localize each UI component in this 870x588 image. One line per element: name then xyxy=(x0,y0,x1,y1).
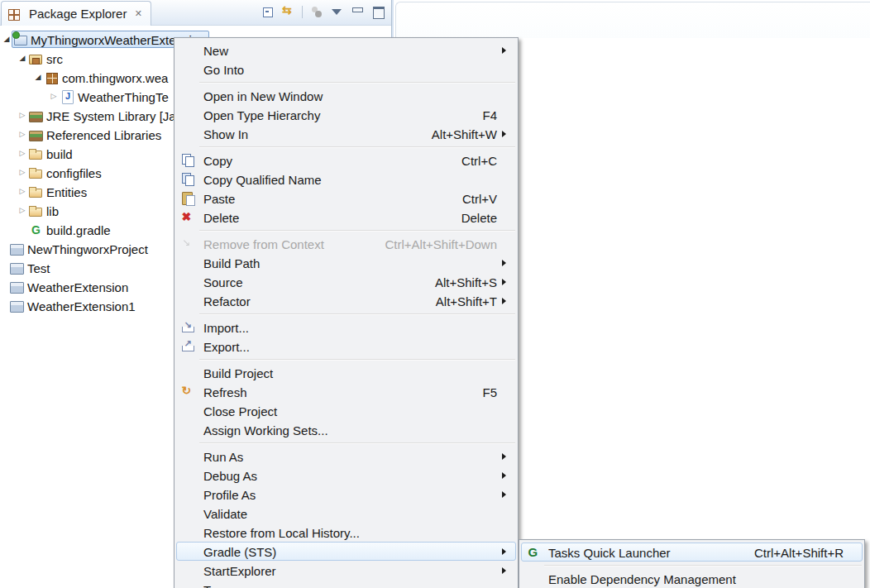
view-tabstrip: Package Explorer ✕ xyxy=(0,0,391,26)
menu-item-source[interactable]: SourceAlt+Shift+S xyxy=(176,272,516,291)
link-with-editor-icon[interactable] xyxy=(281,4,296,19)
folder-icon xyxy=(29,166,43,179)
view-menu-icon[interactable] xyxy=(329,4,344,19)
menu-item-copy[interactable]: CopyCtrl+C xyxy=(176,151,516,170)
library-icon xyxy=(29,109,43,122)
tree-item-content: build xyxy=(27,145,77,162)
gradle-icon xyxy=(526,545,540,559)
menu-item-label: Remove from Context xyxy=(203,237,324,251)
menu-icon-gutter xyxy=(177,320,198,334)
project-open-icon xyxy=(13,33,27,46)
menu-item-label: Validate xyxy=(203,506,247,521)
menu-item-delete[interactable]: DeleteDelete xyxy=(176,208,516,227)
menu-item-go-into[interactable]: Go Into xyxy=(176,60,516,79)
menu-arrow-slot xyxy=(502,548,511,555)
menu-item-enable-dependency-management[interactable]: Enable Dependency Management xyxy=(521,569,863,588)
menu-item-label: Copy Qualified Name xyxy=(203,172,322,187)
menu-item-build-path[interactable]: Build Path xyxy=(176,253,516,272)
menu-item-new[interactable]: New xyxy=(176,41,516,60)
menu-item-show-in[interactable]: Show InAlt+Shift+W xyxy=(176,124,516,143)
menu-item-startexplorer[interactable]: StartExplorer xyxy=(176,561,516,580)
menu-icon-gutter xyxy=(177,210,198,224)
menu-icon-gutter xyxy=(177,339,198,353)
expander-icon[interactable]: ◢ xyxy=(33,68,43,87)
tree-item-content: src xyxy=(27,50,67,67)
menu-item-tasks-quick-launcher[interactable]: Tasks Quick LauncherCtrl+Alt+Shift+R xyxy=(521,543,863,562)
tree-item-content: Entities xyxy=(27,183,91,200)
menu-item-debug-as[interactable]: Debug As xyxy=(176,466,516,485)
expander-icon[interactable]: ◢ xyxy=(17,49,27,68)
menu-separator xyxy=(199,227,515,234)
menu-item-label: Go Into xyxy=(203,62,244,77)
menu-item-refresh[interactable]: RefreshF5 xyxy=(176,382,516,401)
delete-icon xyxy=(181,210,195,224)
menu-item-refactor[interactable]: RefactorAlt+Shift+T xyxy=(176,291,516,310)
submenu-arrow-icon xyxy=(502,453,506,460)
closed-project-icon xyxy=(10,261,24,275)
expander-icon[interactable]: ▷ xyxy=(49,87,59,106)
menu-item-export[interactable]: Export... xyxy=(176,337,516,356)
minimize-icon[interactable] xyxy=(350,4,365,19)
menu-item-gradle-sts[interactable]: Gradle (STS) xyxy=(176,542,516,561)
view-toolbar xyxy=(261,4,385,19)
library-icon xyxy=(29,128,43,141)
tree-item-content: Test xyxy=(8,259,55,276)
expander-icon[interactable]: ▷ xyxy=(17,201,27,220)
package-folder-icon xyxy=(29,52,43,65)
menu-icon-gutter xyxy=(177,385,198,399)
submenu-arrow-icon xyxy=(502,279,506,285)
expander-icon[interactable]: ▷ xyxy=(17,125,27,144)
menu-item-label: Refactor xyxy=(203,294,251,308)
menu-item-label: Refresh xyxy=(203,385,247,399)
menu-item-shortcut: Alt+Shift+W xyxy=(432,127,497,141)
expander-icon[interactable]: ▷ xyxy=(17,182,27,201)
menu-item-build-project[interactable]: Build Project xyxy=(176,363,516,382)
expander-icon[interactable]: ▷ xyxy=(17,106,27,125)
tree-item-label: WeatherExtension1 xyxy=(27,299,136,313)
closed-project-icon xyxy=(10,242,24,256)
menu-item-close-project[interactable]: Close Project xyxy=(176,401,516,420)
menu-item-assign-working-sets[interactable]: Assign Working Sets... xyxy=(176,420,516,439)
refresh-icon xyxy=(181,385,195,399)
menu-item-shortcut: F4 xyxy=(482,108,497,122)
menu-arrow-slot xyxy=(502,453,511,460)
menu-item-restore-from-local-history[interactable]: Restore from Local History... xyxy=(176,523,516,542)
export-icon xyxy=(181,339,195,353)
tree-item-label: WeatherThingTe xyxy=(78,89,169,104)
tree-item-label: com.thingworx.wea xyxy=(62,70,168,85)
maximize-icon[interactable] xyxy=(370,4,385,19)
tab-package-explorer[interactable]: Package Explorer ✕ xyxy=(1,1,151,26)
menu-item-run-as[interactable]: Run As xyxy=(176,447,516,466)
tree-item-content: Referenced Libraries xyxy=(27,126,165,143)
menu-item-copy-qualified-name[interactable]: Copy Qualified Name xyxy=(176,170,516,189)
close-icon[interactable]: ✕ xyxy=(132,8,144,19)
focus-icon[interactable] xyxy=(308,4,323,19)
menu-separator xyxy=(199,310,515,318)
expander-icon[interactable]: ◢ xyxy=(2,30,12,49)
tree-item-label: lib xyxy=(46,203,59,218)
menu-item-team[interactable]: Team xyxy=(176,580,516,588)
menu-icon-gutter xyxy=(177,153,198,167)
editor-tab-area xyxy=(395,2,870,38)
menu-item-open-type-hierarchy[interactable]: Open Type HierarchyF4 xyxy=(176,105,516,124)
menu-item-validate[interactable]: Validate xyxy=(176,504,516,523)
menu-arrow-slot xyxy=(502,567,511,574)
menu-item-profile-as[interactable]: Profile As xyxy=(176,485,516,504)
expander-icon[interactable]: ▷ xyxy=(17,163,27,182)
menu-arrow-slot xyxy=(502,260,511,266)
menu-arrow-slot xyxy=(502,131,511,137)
copy-qualified-icon xyxy=(181,172,195,186)
collapse-all-icon[interactable] xyxy=(261,4,275,19)
menu-icon-gutter xyxy=(522,545,543,559)
menu-item-open-in-new-window[interactable]: Open in New Window xyxy=(176,86,516,105)
menu-item-paste[interactable]: PasteCtrl+V xyxy=(176,189,516,208)
menu-item-label: Close Project xyxy=(203,404,277,418)
remove-context-icon xyxy=(181,237,195,251)
menu-item-label: Restore from Local History... xyxy=(203,525,360,540)
package-explorer-icon xyxy=(7,7,21,21)
tab-label: Package Explorer xyxy=(29,7,127,21)
menu-item-import[interactable]: Import... xyxy=(176,318,516,337)
expander-icon[interactable]: ▷ xyxy=(17,144,27,163)
tree-item-label: Entities xyxy=(46,184,87,199)
menu-item-shortcut: Alt+Shift+S xyxy=(435,275,497,289)
